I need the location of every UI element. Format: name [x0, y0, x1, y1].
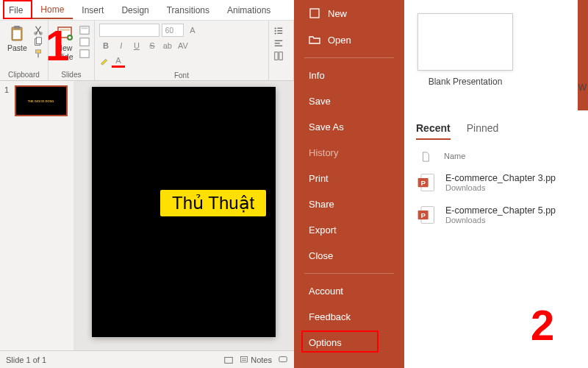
tab-recent[interactable]: Recent — [416, 122, 451, 140]
group-slides-label: Slides — [53, 69, 90, 79]
copy-icon[interactable] — [33, 37, 43, 47]
col-name: Name — [444, 152, 465, 162]
grow-font-icon[interactable]: A — [186, 24, 199, 37]
bullets-icon[interactable] — [273, 26, 284, 36]
backstage-close[interactable]: Close — [294, 243, 404, 269]
svg-rect-7 — [35, 50, 40, 53]
svg-rect-30 — [242, 360, 246, 361]
svg-text:P: P — [420, 179, 426, 187]
svg-rect-29 — [242, 358, 246, 358]
char-spacing-button[interactable]: AV — [176, 39, 190, 52]
backstage-feedback[interactable]: Feedback — [294, 304, 404, 330]
notes-button[interactable]: Notes — [240, 355, 272, 364]
recent-file-1[interactable]: P E-commerce_Chapter 3.pp Downloads — [416, 168, 588, 200]
backstage-content: Blank Presentation W Recent Pinned Name … — [404, 0, 588, 368]
ribbon-body: Paste Clipboard New Slide — [0, 21, 294, 81]
columns-icon[interactable] — [273, 51, 284, 61]
italic-button[interactable]: I — [115, 39, 128, 52]
svg-rect-1 — [14, 26, 20, 29]
svg-rect-15 — [80, 50, 89, 58]
svg-rect-19 — [277, 30, 282, 31]
svg-rect-2 — [13, 30, 21, 39]
backstage-nav: New Open Info Save Save As History Print… — [294, 0, 404, 368]
status-bar: Slide 1 of 1 Notes — [0, 350, 294, 368]
paste-label: Paste — [7, 44, 27, 53]
slide-thumbnail-1[interactable]: THE GIOI DI DONG — [15, 85, 68, 116]
template-row: Blank Presentation — [410, 7, 588, 93]
svg-rect-27 — [225, 357, 233, 363]
group-font-label: Font — [99, 70, 264, 79]
slide[interactable] — [92, 87, 276, 337]
thumb-text: THE GIOI DI DONG — [28, 99, 54, 103]
slide-thumbnail-panel: 1 THE GIOI DI DONG — [0, 81, 74, 350]
tab-design[interactable]: Design — [112, 2, 157, 18]
group-font: 60 A B I U S ab AV A Font — [95, 21, 269, 80]
svg-rect-21 — [277, 33, 282, 34]
section-icon[interactable] — [79, 49, 90, 59]
underline-button[interactable]: U — [130, 39, 143, 52]
backstage-options[interactable]: Options — [294, 330, 404, 355]
svg-rect-13 — [81, 28, 87, 29]
highlight-icon[interactable] — [99, 56, 110, 66]
text-shadow-button[interactable]: ab — [161, 39, 174, 52]
comments-icon[interactable] — [278, 355, 288, 365]
editor-area: 1 THE GIOI DI DONG — [0, 81, 294, 350]
svg-rect-32 — [310, 9, 319, 18]
cut-icon[interactable] — [33, 25, 43, 35]
template-thumb — [417, 13, 513, 71]
font-family-select[interactable] — [99, 24, 159, 37]
svg-rect-25 — [275, 52, 278, 60]
layout-icon[interactable] — [79, 25, 90, 35]
notes-icon — [240, 355, 248, 364]
reset-icon[interactable] — [79, 37, 90, 47]
spellcheck-icon[interactable] — [223, 355, 234, 365]
backstage-share[interactable]: Share — [294, 191, 404, 217]
svg-point-18 — [275, 30, 276, 32]
separator — [304, 273, 394, 274]
tab-animations[interactable]: Animations — [218, 2, 279, 18]
new-slide-button[interactable]: New Slide — [53, 24, 76, 63]
recent-file-2[interactable]: P E-commerce_Chapter 5.pp Downloads — [416, 200, 588, 233]
template-blank[interactable]: Blank Presentation — [417, 13, 513, 87]
new-slide-label: New Slide — [56, 44, 73, 61]
svg-rect-24 — [275, 46, 283, 46]
format-painter-icon[interactable] — [33, 49, 43, 59]
group-clipboard: Paste Clipboard — [0, 21, 49, 80]
backstage-info[interactable]: Info — [294, 63, 404, 88]
file-header-icon — [420, 152, 431, 162]
bold-button[interactable]: B — [99, 39, 112, 52]
backstage-print[interactable]: Print — [294, 166, 404, 191]
svg-rect-17 — [277, 28, 282, 29]
recent-area: Recent Pinned Name P E-commerce_Chapter … — [410, 122, 588, 233]
svg-point-20 — [275, 32, 276, 34]
svg-point-16 — [275, 27, 276, 29]
tab-transitions[interactable]: Transitions — [158, 2, 218, 18]
tab-insert[interactable]: Insert — [73, 2, 112, 18]
new-icon — [309, 7, 320, 19]
backstage-view: New Open Info Save Save As History Print… — [294, 0, 588, 368]
font-color-button[interactable]: A — [112, 54, 125, 68]
thumb-number: 1 — [4, 85, 9, 94]
strike-button[interactable]: S — [146, 39, 159, 52]
slide-canvas-area[interactable] — [74, 81, 294, 350]
tab-home[interactable]: Home — [32, 1, 73, 19]
group-slides: New Slide Slides — [49, 21, 95, 80]
backstage-history: History — [294, 140, 404, 166]
backstage-open[interactable]: Open — [294, 26, 404, 53]
backstage-save[interactable]: Save — [294, 88, 404, 114]
paste-button[interactable]: Paste — [4, 24, 30, 54]
backstage-export[interactable]: Export — [294, 217, 404, 243]
font-size-select[interactable]: 60 — [162, 24, 184, 37]
align-icon[interactable] — [273, 38, 284, 49]
backstage-new[interactable]: New — [294, 0, 404, 26]
tab-file[interactable]: File — [0, 2, 32, 18]
tab-pinned[interactable]: Pinned — [467, 122, 499, 140]
template-name: Blank Presentation — [429, 77, 503, 87]
powerpoint-editor-window: File Home Insert Design Transitions Anim… — [0, 0, 294, 368]
svg-text:P: P — [420, 211, 426, 219]
backstage-account[interactable]: Account — [294, 278, 404, 304]
pptx-icon: P — [416, 172, 437, 193]
svg-rect-12 — [80, 26, 89, 35]
truncated-template-label: W — [578, 82, 587, 93]
backstage-save-as[interactable]: Save As — [294, 114, 404, 140]
